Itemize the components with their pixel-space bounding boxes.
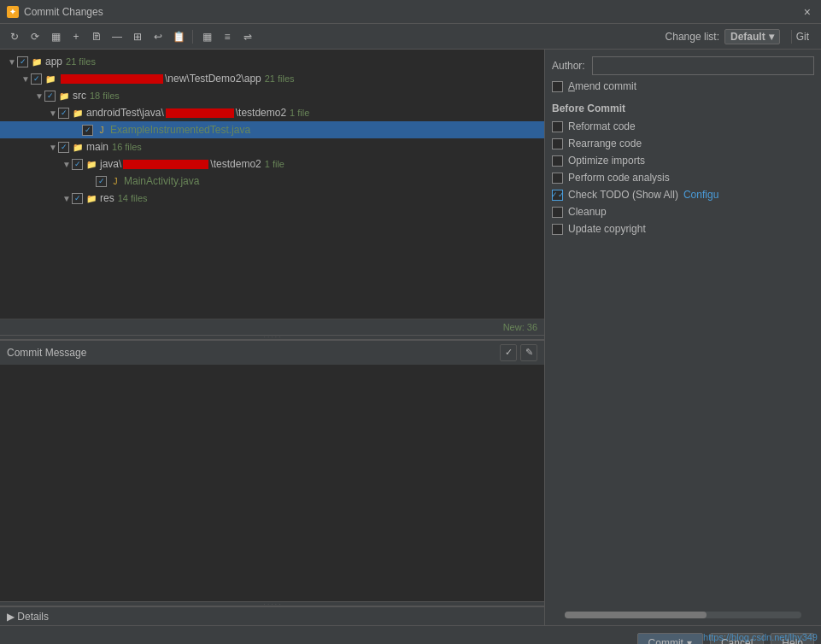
- rearrange-checkbox[interactable]: [552, 138, 563, 149]
- tree-count: 18 files: [90, 91, 120, 101]
- option-cleanup[interactable]: Cleanup: [552, 205, 814, 219]
- scrollbar-track: [565, 612, 800, 618]
- tree-arrow: ▼: [48, 108, 58, 118]
- perform-checkbox[interactable]: [552, 173, 563, 184]
- toolbar-btn-4[interactable]: +: [67, 27, 85, 46]
- tree-checkbox[interactable]: ✓: [72, 193, 83, 204]
- tree-item-res[interactable]: ▼ ✓ 📁 res 14 files: [0, 190, 544, 207]
- option-checktodo[interactable]: ✓ Check TODO (Show All) Configu: [552, 188, 814, 202]
- tree-checkbox[interactable]: ✓: [58, 142, 69, 153]
- tree-item-main[interactable]: ▼ ✓ 📁 main 16 files: [0, 138, 544, 155]
- updatecopyright-checkbox[interactable]: [552, 224, 563, 235]
- reformat-checkbox[interactable]: [552, 121, 563, 132]
- tree-item-mainactivity[interactable]: ✓ J MainActivity.java: [0, 173, 544, 190]
- tree-checkbox[interactable]: ✓: [58, 108, 69, 119]
- java-file-icon: J: [109, 175, 121, 187]
- author-label: Author:: [552, 60, 585, 72]
- toolbar-btn-11[interactable]: ≡: [218, 27, 237, 46]
- option-reformat[interactable]: Reformat code: [552, 120, 814, 133]
- commit-dropdown-arrow: ▾: [687, 637, 692, 645]
- file-tree[interactable]: ▼ ✓ 📁 app 21 files ▼ ✓ 📁 \new\TestDemo2\…: [0, 50, 544, 319]
- toolbar-btn-9[interactable]: 📋: [169, 27, 188, 46]
- checktodo-config-link[interactable]: Configu: [683, 189, 718, 201]
- tree-label: \new\TestDemo2\app: [59, 73, 261, 85]
- tree-label: ExampleInstrumentedTest.java: [110, 124, 250, 136]
- cleanup-checkbox[interactable]: [552, 207, 563, 218]
- toolbar-btn-1[interactable]: ↻: [5, 27, 24, 46]
- tree-item-path1[interactable]: ▼ ✓ 📁 \new\TestDemo2\app 21 files: [0, 70, 544, 87]
- option-updatecopyright[interactable]: Update copyright: [552, 222, 814, 236]
- tree-item-example[interactable]: ✓ J ExampleInstrumentedTest.java: [0, 121, 544, 138]
- commit-textarea[interactable]: [0, 365, 544, 602]
- folder-icon: 📁: [85, 158, 97, 170]
- tree-label: MainActivity.java: [124, 175, 199, 187]
- tree-checkbox[interactable]: ✓: [82, 125, 93, 136]
- tree-label: main: [86, 141, 108, 153]
- toolbar-btn-10[interactable]: ▦: [197, 27, 216, 46]
- main-layout: ▼ ✓ 📁 app 21 files ▼ ✓ 📁 \new\TestDemo2\…: [0, 50, 821, 625]
- changelist-label: Change list:: [666, 31, 719, 43]
- amend-checkbox[interactable]: [552, 81, 563, 92]
- optimize-checkbox[interactable]: [552, 155, 563, 167]
- option-optimize[interactable]: Optimize imports: [552, 154, 814, 167]
- cleanup-label: Cleanup: [568, 206, 607, 218]
- folder-icon: 📁: [72, 141, 84, 153]
- option-perform[interactable]: Perform code analysis: [552, 171, 814, 184]
- checktodo-checkbox[interactable]: ✓: [552, 190, 563, 201]
- tree-label: java\\testdemo2: [100, 158, 261, 170]
- tree-label: src: [73, 90, 86, 102]
- tree-count: 1 file: [290, 108, 309, 118]
- changelist-selector[interactable]: Default ▾: [724, 29, 780, 44]
- folder-icon: 📁: [85, 192, 97, 204]
- commit-message-header: Commit Message ✓ ✎: [0, 340, 544, 365]
- commit-button[interactable]: Commit ▾: [637, 633, 703, 645]
- tree-label: androidTest\java\\testdemo2: [86, 107, 286, 119]
- tree-checkbox[interactable]: ✓: [96, 176, 107, 187]
- tree-count: 14 files: [118, 193, 148, 203]
- toolbar-btn-5[interactable]: 🖹: [87, 27, 106, 46]
- toolbar-btn-3[interactable]: ▦: [46, 27, 65, 46]
- tree-item-androidtest[interactable]: ▼ ✓ 📁 androidTest\java\\testdemo2 1 file: [0, 104, 544, 121]
- tree-checkbox[interactable]: ✓: [31, 73, 42, 85]
- changelist-area: Change list: Default ▾: [666, 29, 780, 44]
- option-rearrange[interactable]: Rearrange code: [552, 137, 814, 150]
- amend-label: Amend commit: [568, 80, 636, 92]
- toolbar-btn-6[interactable]: —: [108, 27, 126, 46]
- tree-item-java[interactable]: ▼ ✓ 📁 java\\testdemo2 1 file: [0, 155, 544, 173]
- perform-label: Perform code analysis: [568, 172, 670, 184]
- tree-checkbox[interactable]: ✓: [17, 56, 28, 67]
- commit-action-edit[interactable]: ✎: [520, 344, 537, 361]
- toolbar-btn-2[interactable]: ⟳: [26, 27, 44, 46]
- tree-label: res: [100, 192, 114, 204]
- details-bar[interactable]: ▶ Details: [0, 606, 544, 625]
- commit-label: Commit: [648, 637, 683, 645]
- tree-item-app[interactable]: ▼ ✓ 📁 app 21 files: [0, 53, 544, 70]
- tree-checkbox[interactable]: ✓: [72, 159, 83, 170]
- amend-row[interactable]: Amend commit: [552, 80, 814, 92]
- right-scrollbar[interactable]: [552, 612, 814, 618]
- toolbar-btn-12[interactable]: ⇌: [238, 27, 257, 46]
- tree-count: 21 files: [265, 73, 295, 84]
- tree-item-src[interactable]: ▼ ✓ 📁 src 18 files: [0, 87, 544, 104]
- details-label: ▶ Details: [7, 611, 49, 623]
- commit-action-apply[interactable]: ✓: [500, 344, 517, 361]
- toolbar-sep-1: [192, 30, 193, 44]
- commit-message-label: Commit Message: [7, 347, 86, 359]
- tree-arrow: ▼: [62, 160, 72, 169]
- changelist-arrow: ▾: [769, 31, 774, 43]
- author-row: Author:: [552, 56, 814, 75]
- toolbar-btn-8[interactable]: ↩: [149, 27, 167, 46]
- scrollbar-thumb: [565, 612, 707, 618]
- bottom-bar: Commit ▾ Cancel Help: [0, 625, 821, 644]
- right-panel: Author: Amend commit Before Commit Refor…: [545, 50, 821, 625]
- toolbar-btn-7[interactable]: ⊞: [128, 27, 147, 46]
- tree-arrow: ▼: [21, 74, 31, 84]
- author-input[interactable]: [592, 56, 814, 75]
- optimize-label: Optimize imports: [568, 155, 645, 167]
- tree-checkbox[interactable]: ✓: [44, 91, 56, 102]
- close-button[interactable]: ×: [800, 5, 814, 19]
- commit-message-actions: ✓ ✎: [500, 344, 537, 361]
- commit-message-area: Commit Message ✓ ✎: [0, 340, 544, 602]
- tree-arrow: ▼: [48, 143, 58, 152]
- window-title: Commit Changes: [24, 6, 800, 18]
